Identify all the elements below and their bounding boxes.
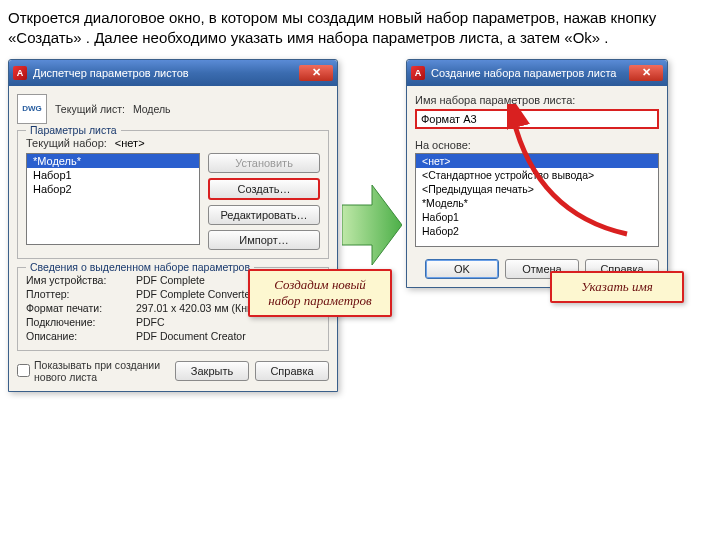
show-on-new-sheet-checkbox[interactable]: Показывать при создании нового листа <box>17 359 169 383</box>
current-sheet-row: DWG Текущий лист: Модель <box>17 94 329 124</box>
current-sheet-label: Текущий лист: <box>55 103 125 115</box>
set-button[interactable]: Установить <box>208 153 320 173</box>
dwg-icon: DWG <box>17 94 47 124</box>
callout-note-create: Создадим новый набор параметров <box>248 269 392 317</box>
app-icon <box>13 66 27 80</box>
titlebar-dlg2: Создание набора параметров листа ✕ <box>407 60 667 86</box>
format-label: Формат печати: <box>26 302 136 314</box>
close-icon[interactable]: ✕ <box>629 65 663 81</box>
plotter-label: Плоттер: <box>26 288 136 300</box>
close-icon[interactable]: ✕ <box>299 65 333 81</box>
device-label: Имя устройства: <box>26 274 136 286</box>
list-item[interactable]: Набор2 <box>27 182 199 196</box>
current-set-label: Текущий набор: <box>26 137 107 149</box>
callout-note-name: Указать имя <box>550 271 684 303</box>
desc-value: PDF Document Creator <box>136 330 320 342</box>
group-page-setups-label: Параметры листа <box>26 124 121 136</box>
conn-label: Подключение: <box>26 316 136 328</box>
list-item[interactable]: *Модель* <box>27 154 199 168</box>
group-page-setups: Параметры листа Текущий набор: <нет> *Мо… <box>17 130 329 259</box>
dlg1-title: Диспетчер параметров листов <box>33 67 299 79</box>
svg-marker-0 <box>342 185 402 265</box>
titlebar-dlg1: Диспетчер параметров листов ✕ <box>9 60 337 86</box>
dlg2-title: Создание набора параметров листа <box>431 67 629 79</box>
page-setup-list[interactable]: *Модель* Набор1 Набор2 <box>26 153 200 245</box>
new-button[interactable]: Создать… <box>208 178 320 200</box>
callout-arrow-icon <box>507 104 647 244</box>
list-item[interactable]: Набор1 <box>27 168 199 182</box>
new-page-setup-dialog: Создание набора параметров листа ✕ Имя н… <box>406 59 668 288</box>
close-button[interactable]: Закрыть <box>175 361 249 381</box>
edit-button[interactable]: Редактировать… <box>208 205 320 225</box>
desc-label: Описание: <box>26 330 136 342</box>
conn-value: PDFC <box>136 316 320 328</box>
help-button[interactable]: Справка <box>255 361 329 381</box>
ok-button[interactable]: OK <box>425 259 499 279</box>
instruction-text: Откроется диалоговое окно, в котором мы … <box>8 8 712 49</box>
current-sheet-value: Модель <box>133 103 171 115</box>
app-icon <box>411 66 425 80</box>
import-button[interactable]: Импорт… <box>208 230 320 250</box>
checkbox-input[interactable] <box>17 364 30 377</box>
stage: Диспетчер параметров листов ✕ DWG Текущи… <box>8 59 712 392</box>
group-details-label: Сведения о выделенном наборе параметров <box>26 261 254 273</box>
page-setup-manager-dialog: Диспетчер параметров листов ✕ DWG Текущи… <box>8 59 338 392</box>
current-set-value: <нет> <box>115 137 145 149</box>
checkbox-label: Показывать при создании нового листа <box>34 359 169 383</box>
